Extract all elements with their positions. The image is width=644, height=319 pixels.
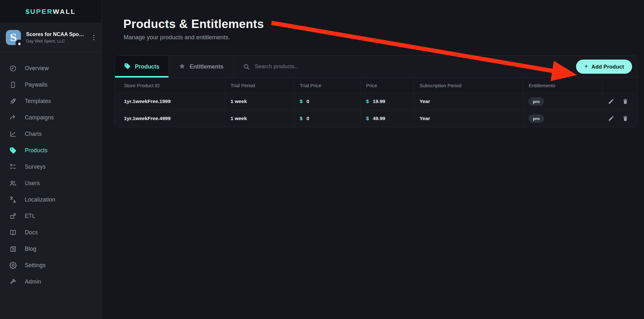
- column-header: [602, 78, 637, 93]
- sidebar: $UPERWALL S Scores for NCAA Spo… Day Wel…: [0, 0, 102, 319]
- sidebar-item-localization[interactable]: 文ALocalization: [0, 192, 101, 208]
- star-icon: [179, 63, 185, 71]
- column-header: Entitlements: [523, 78, 602, 93]
- svg-text:文: 文: [9, 196, 13, 200]
- sidebar-item-admin[interactable]: Admin: [0, 274, 101, 290]
- trash-icon: [622, 115, 629, 122]
- tab-entitlements[interactable]: Entitlements: [169, 56, 234, 78]
- sidebar-item-label: Admin: [25, 278, 41, 285]
- sidebar-item-label: Campaigns: [25, 114, 54, 121]
- search-placeholder: Search products...: [255, 63, 299, 70]
- cell-actions: [602, 93, 637, 110]
- sidebar-item-label: Docs: [25, 229, 38, 236]
- table-header: Store Product IDTrial PeriodTrial PriceP…: [115, 78, 637, 93]
- delete-product-button[interactable]: [622, 98, 629, 105]
- plus-icon: +: [584, 62, 588, 70]
- hammer-icon: [9, 278, 17, 286]
- workspace-switcher[interactable]: S Scores for NCAA Spo… Day Well Spent, L…: [0, 23, 101, 52]
- workspace-menu-icon[interactable]: [92, 33, 96, 42]
- trash-icon: [622, 98, 629, 105]
- cell-entitlements: pro: [523, 93, 602, 110]
- workspace-name: Scores for NCAA Spo…: [26, 32, 87, 37]
- cell-price: $49.99: [360, 110, 414, 127]
- search-products-input[interactable]: Search products...: [234, 56, 576, 78]
- entitlement-badge: pro: [529, 98, 544, 106]
- edit-product-button[interactable]: [608, 98, 614, 105]
- book-icon: [9, 229, 17, 236]
- sidebar-item-charts[interactable]: Charts: [0, 126, 101, 142]
- phone-icon: [9, 81, 17, 89]
- tab-label: Entitlements: [190, 63, 223, 70]
- cell-entitlements: pro: [523, 110, 602, 127]
- currency-symbol: $: [300, 99, 303, 104]
- delete-product-button[interactable]: [622, 115, 629, 122]
- page-subtitle: Manage your products and entitlements.: [124, 34, 637, 41]
- table-body: 1yr.1weekFree.19991 week$0$19.99Yearpro1…: [115, 93, 637, 127]
- edit-product-button[interactable]: [608, 115, 614, 122]
- sidebar-item-blog[interactable]: Blog: [0, 241, 101, 257]
- column-header: Trial Period: [225, 78, 294, 93]
- sidebar-item-label: Paywalls: [25, 81, 48, 88]
- tab-label: Products: [135, 63, 159, 70]
- sidebar-item-label: ETL: [25, 213, 35, 220]
- column-header: Subscription Period: [414, 78, 523, 93]
- sidebar-item-label: Blog: [25, 246, 36, 252]
- brand-logo[interactable]: $UPERWALL: [0, 0, 101, 23]
- tag-icon: [9, 147, 17, 154]
- add-product-button[interactable]: + Add Product: [576, 60, 632, 74]
- chart-line-icon: [9, 130, 17, 138]
- translate-icon: 文A: [9, 196, 17, 203]
- entitlement-badge: pro: [529, 115, 544, 123]
- sidebar-item-label: Overview: [25, 65, 49, 72]
- rocket-icon: [9, 98, 17, 105]
- apple-icon: [15, 40, 23, 47]
- cell-actions: [602, 110, 637, 127]
- currency-symbol: $: [366, 116, 369, 121]
- app: $UPERWALL S Scores for NCAA Spo… Day Wel…: [0, 0, 644, 319]
- svg-text:A: A: [13, 200, 16, 203]
- gear-icon: [9, 262, 17, 269]
- sidebar-nav: OverviewPaywallsTemplatesCampaignsCharts…: [0, 52, 101, 290]
- cell-subscription-period: Year: [414, 93, 523, 110]
- column-header: Store Product ID: [115, 78, 225, 93]
- pencil-icon: [608, 115, 614, 122]
- export-icon: [9, 212, 17, 220]
- share-arrow-icon: [9, 114, 17, 121]
- page-title: Products & Entitlements: [123, 17, 637, 31]
- currency-symbol: $: [366, 99, 369, 104]
- tab-products[interactable]: Products: [115, 56, 169, 78]
- cell-trial-period: 1 week: [225, 110, 294, 127]
- workspace-meta: Scores for NCAA Spo… Day Well Spent, LLC: [26, 32, 87, 43]
- sidebar-item-docs[interactable]: Docs: [0, 224, 101, 241]
- sidebar-item-campaigns[interactable]: Campaigns: [0, 109, 101, 126]
- search-icon: [243, 63, 250, 70]
- sidebar-item-label: Products: [25, 147, 48, 154]
- pencil-icon: [608, 98, 614, 105]
- table-row[interactable]: 1yr.1weekFree.19991 week$0$19.99Yearpro: [115, 93, 637, 110]
- cell-trial-period: 1 week: [225, 93, 294, 110]
- sidebar-item-settings[interactable]: Settings: [0, 257, 101, 274]
- users-icon: [9, 180, 17, 187]
- checklist-icon: [9, 163, 17, 171]
- cell-store-product-id: 1yr.1weekFree.1999: [115, 93, 225, 110]
- workspace-avatar: S: [6, 30, 21, 45]
- sidebar-item-users[interactable]: Users: [0, 175, 101, 192]
- sidebar-item-surveys[interactable]: Surveys: [0, 159, 101, 175]
- sidebar-item-label: Templates: [25, 98, 51, 105]
- clock-icon: [9, 65, 17, 72]
- sidebar-item-templates[interactable]: Templates: [0, 93, 101, 109]
- sidebar-item-etl[interactable]: ETL: [0, 208, 101, 224]
- products-panel: ProductsEntitlements Search products... …: [115, 55, 637, 127]
- sidebar-item-overview[interactable]: Overview: [0, 60, 101, 77]
- column-header: Trial Price: [294, 78, 360, 93]
- currency-symbol: $: [300, 116, 303, 121]
- sidebar-item-products[interactable]: Products: [0, 142, 101, 159]
- sidebar-item-label: Surveys: [25, 164, 46, 170]
- table-row[interactable]: 1yr.1weekFree.49991 week$0$49.99Yearpro: [115, 110, 637, 127]
- sidebar-item-label: Localization: [25, 196, 55, 203]
- newspaper-icon: [9, 245, 17, 253]
- cell-subscription-period: Year: [414, 110, 523, 127]
- cell-price: $19.99: [360, 93, 414, 110]
- tab-bar: ProductsEntitlements: [115, 56, 234, 78]
- sidebar-item-paywalls[interactable]: Paywalls: [0, 77, 101, 93]
